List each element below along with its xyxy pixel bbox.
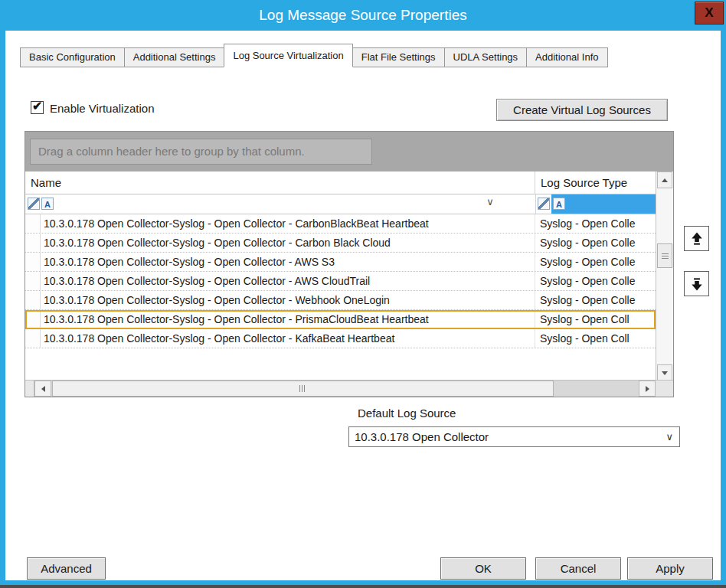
close-button[interactable]: X [695, 2, 724, 24]
row-name-cell: 10.3.0.178 Open Collector-Syslog - Open … [41, 272, 535, 290]
grid-rows: 10.3.0.178 Open Collector-Syslog - Open … [25, 214, 656, 348]
row-indicator-cell [25, 310, 41, 328]
row-type-cell: Syslog - Open Coll [535, 329, 655, 348]
default-log-source-label: Default Log Source [358, 407, 456, 420]
alpha-filter-icon[interactable]: A [41, 198, 54, 210]
triangle-left-icon [41, 386, 45, 392]
scrollbar-grip-icon [299, 385, 306, 392]
row-type-cell: Syslog - Open Colle [535, 214, 655, 233]
table-row[interactable]: 10.3.0.178 Open Collector-Syslog - Open … [25, 329, 656, 348]
move-row-down-button[interactable] [684, 271, 709, 296]
titlebar: Log Message Source Properties X [0, 0, 726, 31]
row-name-cell: 10.3.0.178 Open Collector-Syslog - Open … [41, 214, 535, 233]
tab[interactable]: UDLA Settings [444, 47, 528, 67]
filter-dropdown-chevron-icon[interactable]: ∨ [483, 196, 497, 211]
scrollbar-grip-icon [662, 253, 669, 259]
triangle-down-icon [662, 371, 668, 375]
column-header-type[interactable]: Log Source Type [535, 172, 656, 194]
column-header-name[interactable]: Name [25, 172, 535, 194]
row-type-cell: Syslog - Open Colle [535, 272, 655, 290]
row-type-cell: Syslog - Open Colle [535, 234, 655, 252]
row-indicator-cell [25, 214, 41, 233]
row-indicator-cell [25, 272, 41, 290]
default-log-source-combobox[interactable]: 10.3.0.178 Open Collector ∨ [348, 426, 680, 447]
row-indicator-cell [25, 329, 41, 348]
move-row-up-button[interactable] [684, 226, 709, 251]
window-title: Log Message Source Properties [0, 0, 726, 31]
column-header-row: Name Log Source Type [25, 172, 673, 194]
tab[interactable]: Additional Info [526, 47, 607, 67]
tab[interactable]: Additional Settings [124, 47, 225, 67]
table-row[interactable]: 10.3.0.178 Open Collector-Syslog - Open … [25, 310, 656, 329]
scroll-up-button[interactable] [657, 172, 672, 188]
vertical-scrollbar[interactable] [656, 172, 673, 381]
alpha-filter-icon-type[interactable]: A [553, 198, 565, 210]
table-row[interactable]: 10.3.0.178 Open Collector-Syslog - Open … [25, 234, 656, 253]
scrollbar-corner [656, 381, 673, 397]
row-type-cell: Syslog - Open Coll [535, 310, 655, 328]
vertical-scrollbar-thumb[interactable] [657, 243, 672, 268]
column-divider [535, 194, 536, 214]
close-icon: X [705, 5, 713, 20]
row-name-cell: 10.3.0.178 Open Collector-Syslog - Open … [41, 291, 535, 309]
create-virtual-log-sources-button[interactable]: Create Virtual Log Sources [496, 99, 668, 121]
filter-edit-icon-type[interactable] [538, 198, 550, 210]
horizontal-scrollbar-thumb[interactable] [52, 381, 554, 397]
apply-button[interactable]: Apply [627, 557, 713, 580]
scroll-right-button[interactable] [639, 381, 656, 397]
group-by-drop-area[interactable]: Drag a column header here to group by th… [25, 132, 673, 172]
enable-virtualization-checkbox[interactable]: ✔ [31, 101, 44, 114]
type-filter-focused-cell[interactable]: A [551, 194, 656, 214]
tab-strip: Basic ConfigurationAdditional SettingsLo… [21, 44, 608, 67]
row-indicator-cell [25, 234, 41, 252]
cancel-button[interactable]: Cancel [535, 557, 621, 580]
default-log-source-value: 10.3.0.178 Open Collector [355, 427, 489, 446]
checkmark-icon: ✔ [32, 99, 42, 113]
enable-virtualization-label: Enable Virtualization [50, 102, 154, 115]
move-up-icon [690, 232, 704, 246]
row-name-cell: 10.3.0.178 Open Collector-Syslog - Open … [41, 234, 535, 252]
table-row[interactable]: 10.3.0.178 Open Collector-Syslog - Open … [25, 291, 656, 310]
alpha-glyph: A [556, 200, 562, 209]
row-indicator-cell [25, 253, 41, 271]
tab[interactable]: Flat File Settings [352, 47, 445, 67]
tab[interactable]: Log Source Virtualization [224, 44, 352, 67]
table-row[interactable]: 10.3.0.178 Open Collector-Syslog - Open … [25, 214, 656, 234]
alpha-glyph: A [44, 200, 51, 209]
log-message-source-properties-dialog: Log Message Source Properties X Basic Co… [0, 0, 726, 585]
ok-button[interactable]: OK [440, 557, 526, 580]
move-down-icon [690, 277, 704, 291]
group-by-hint: Drag a column header here to group by th… [30, 139, 372, 165]
scrollbar-left-grip[interactable] [25, 381, 34, 397]
row-type-cell: Syslog - Open Colle [535, 253, 655, 271]
taskbar-sliver [0, 585, 726, 588]
scroll-down-button[interactable] [657, 364, 672, 381]
virtual-log-sources-grid: Drag a column header here to group by th… [25, 131, 674, 397]
row-name-cell: 10.3.0.178 Open Collector-Syslog - Open … [41, 310, 535, 328]
table-row[interactable]: 10.3.0.178 Open Collector-Syslog - Open … [25, 272, 656, 291]
row-type-cell: Syslog - Open Colle [535, 291, 655, 309]
filter-edit-icon[interactable] [28, 198, 40, 210]
dialog-content: Basic ConfigurationAdditional SettingsLo… [5, 31, 721, 580]
triangle-up-icon [662, 178, 668, 182]
row-indicator-cell [25, 291, 41, 309]
triangle-right-icon [646, 386, 649, 392]
scroll-left-button[interactable] [34, 381, 51, 397]
auto-filter-row[interactable]: A ∨ A [25, 194, 656, 214]
table-row[interactable]: 10.3.0.178 Open Collector-Syslog - Open … [25, 253, 656, 272]
row-name-cell: 10.3.0.178 Open Collector-Syslog - Open … [41, 329, 535, 348]
horizontal-scrollbar[interactable] [25, 380, 673, 397]
combo-chevron-down-icon: ∨ [666, 427, 673, 446]
advanced-button[interactable]: Advanced [27, 557, 106, 580]
tab[interactable]: Basic Configuration [20, 47, 125, 67]
row-name-cell: 10.3.0.178 Open Collector-Syslog - Open … [41, 253, 535, 271]
